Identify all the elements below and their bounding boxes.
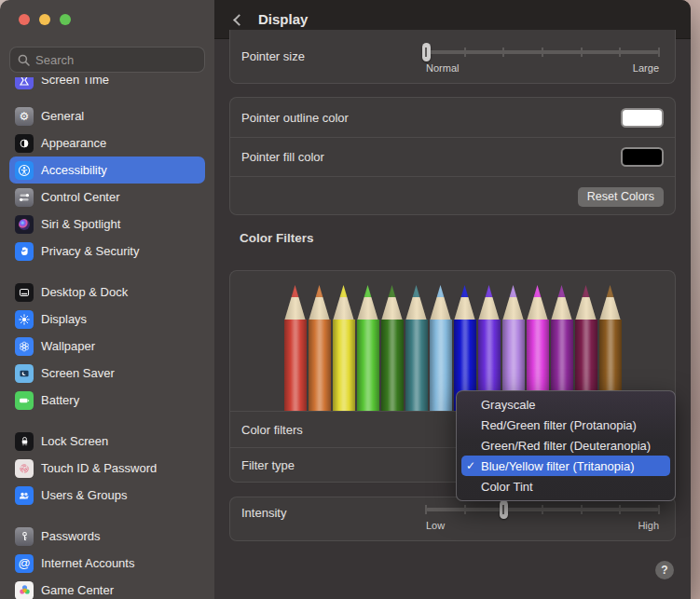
pencil-0	[284, 285, 307, 411]
pencil-5	[405, 285, 428, 411]
control-center-icon	[15, 188, 34, 207]
pointer-colors-group: Pointer outline color Pointer fill color…	[229, 97, 676, 215]
pencil-6	[430, 285, 452, 411]
sidebar-item-displays[interactable]: Displays	[9, 306, 205, 333]
pointer-fill-color-swatch[interactable]	[621, 147, 664, 167]
gear-icon: ⚙	[15, 107, 34, 126]
slider-tick	[581, 505, 583, 514]
slider-tick	[658, 48, 660, 57]
intensity-label: Intensity	[241, 506, 286, 520]
key-icon	[15, 527, 34, 546]
slider-tick	[658, 505, 660, 514]
menu-item-grayscale[interactable]: ✓Grayscale	[461, 394, 670, 415]
sidebar-item-touch-id[interactable]: Touch ID & Password	[9, 455, 205, 482]
battery-icon	[15, 391, 34, 410]
sidebar-item-wallpaper[interactable]: Wallpaper	[9, 333, 205, 360]
sidebar-item-game-center[interactable]: Game Center	[9, 577, 205, 599]
sidebar-item-battery[interactable]: Battery	[9, 387, 205, 414]
menu-item-green-red-filter-deuteranopia[interactable]: ✓Green/Red filter (Deuteranopia)	[461, 435, 670, 456]
fingerprint-icon	[15, 459, 34, 478]
hand-icon	[15, 242, 34, 261]
checkmark-icon: ✓	[466, 459, 481, 472]
minimize-button[interactable]	[39, 14, 50, 25]
appearance-icon	[15, 134, 34, 153]
pointer-size-min-label: Normal	[426, 62, 459, 74]
pencil-3	[357, 285, 379, 411]
users-icon	[15, 486, 34, 505]
reset-colors-button[interactable]: Reset Colors	[578, 187, 664, 207]
sidebar-item-screen-saver[interactable]: Screen Saver	[9, 360, 205, 387]
pencil-2	[333, 285, 355, 411]
back-chevron-icon[interactable]	[233, 14, 245, 26]
flower-icon	[15, 337, 34, 356]
system-settings-window: Search Screen Time ⚙ General Appearance	[0, 0, 691, 599]
at-sign-icon: @	[15, 554, 34, 573]
zoom-button[interactable]	[60, 14, 71, 25]
slider-tick	[619, 48, 621, 57]
pointer-size-label: Pointer size	[241, 49, 305, 63]
slider-tick	[464, 48, 466, 57]
menu-item-label: Grayscale	[481, 398, 536, 412]
menu-item-label: Blue/Yellow filter (Tritanopia)	[481, 459, 635, 473]
slider-tick	[619, 505, 621, 514]
search-input[interactable]: Search	[9, 47, 205, 73]
screen-time-icon	[15, 77, 34, 89]
menu-item-red-green-filter-protanopia[interactable]: ✓Red/Green filter (Protanopia)	[461, 415, 670, 435]
sidebar: Search Screen Time ⚙ General Appearance	[0, 0, 214, 599]
close-button[interactable]	[19, 14, 30, 25]
sidebar-item-siri-spotlight[interactable]: Siri & Spotlight	[9, 211, 205, 238]
page-title: Display	[258, 11, 308, 27]
sidebar-item-passwords[interactable]: Passwords	[9, 523, 205, 550]
sidebar-item-lock-screen[interactable]: Lock Screen	[9, 428, 205, 455]
intensity-min-label: Low	[426, 520, 445, 531]
slider-tick	[425, 505, 427, 514]
sidebar-nav: Screen Time ⚙ General Appearance Accessi…	[0, 77, 214, 599]
slider-tick	[581, 48, 583, 57]
search-icon	[18, 54, 30, 66]
main-panel: Display Pointer size Normal Large	[214, 0, 691, 599]
pointer-outline-color-label: Pointer outline color	[241, 111, 621, 125]
slider-tick	[502, 48, 504, 57]
sidebar-item-general[interactable]: ⚙ General	[9, 102, 205, 129]
desktop-dock-icon	[15, 283, 34, 302]
slider-tick	[502, 505, 504, 514]
sun-icon	[15, 310, 34, 329]
pencil-1	[309, 285, 331, 411]
menu-item-label: Green/Red filter (Deuteranopia)	[481, 439, 651, 453]
slider-tick	[425, 48, 427, 57]
filter-type-label: Filter type	[241, 458, 295, 472]
slider-tick	[464, 505, 466, 514]
sidebar-item-internet-accounts[interactable]: @ Internet Accounts	[9, 550, 205, 577]
filter-type-menu: ✓Grayscale✓Red/Green filter (Protanopia)…	[456, 390, 676, 501]
search-placeholder: Search	[35, 53, 74, 67]
lock-icon	[15, 432, 34, 451]
menu-item-color-tint[interactable]: ✓Color Tint	[461, 476, 670, 497]
sidebar-item-control-center[interactable]: Control Center	[9, 184, 205, 211]
game-center-icon	[15, 581, 34, 599]
color-filters-heading: Color Filters	[240, 231, 314, 245]
sidebar-item-users-groups[interactable]: Users & Groups	[9, 482, 205, 509]
siri-icon	[15, 215, 34, 234]
pointer-outline-color-row: Pointer outline color	[230, 98, 675, 137]
pointer-size-slider[interactable]: Normal Large	[426, 50, 659, 74]
pencil-4	[381, 285, 404, 411]
menu-item-label: Color Tint	[481, 480, 533, 494]
menu-item-blue-yellow-filter-tritanopia[interactable]: ✓Blue/Yellow filter (Tritanopia)	[461, 456, 670, 476]
color-filters-label: Color filters	[241, 423, 303, 437]
slider-tick	[542, 48, 543, 57]
intensity-max-label: High	[638, 520, 659, 531]
sidebar-item-desktop-dock[interactable]: Desktop & Dock	[9, 279, 205, 306]
pointer-outline-color-swatch[interactable]	[621, 108, 664, 128]
sidebar-item-screen-time[interactable]: Screen Time	[9, 77, 205, 93]
intensity-group: Intensity Low High	[229, 497, 676, 541]
sidebar-item-privacy-security[interactable]: Privacy & Security	[9, 238, 205, 265]
pointer-fill-color-row: Pointer fill color	[230, 137, 675, 176]
help-button[interactable]: ?	[655, 561, 674, 579]
window-controls	[0, 0, 214, 25]
intensity-slider[interactable]: Low High	[426, 508, 659, 531]
sidebar-item-accessibility[interactable]: Accessibility	[9, 157, 205, 184]
menu-item-label: Red/Green filter (Protanopia)	[481, 418, 637, 432]
pointer-size-max-label: Large	[633, 62, 659, 74]
sidebar-item-appearance[interactable]: Appearance	[9, 129, 205, 157]
accessibility-icon	[15, 161, 34, 180]
